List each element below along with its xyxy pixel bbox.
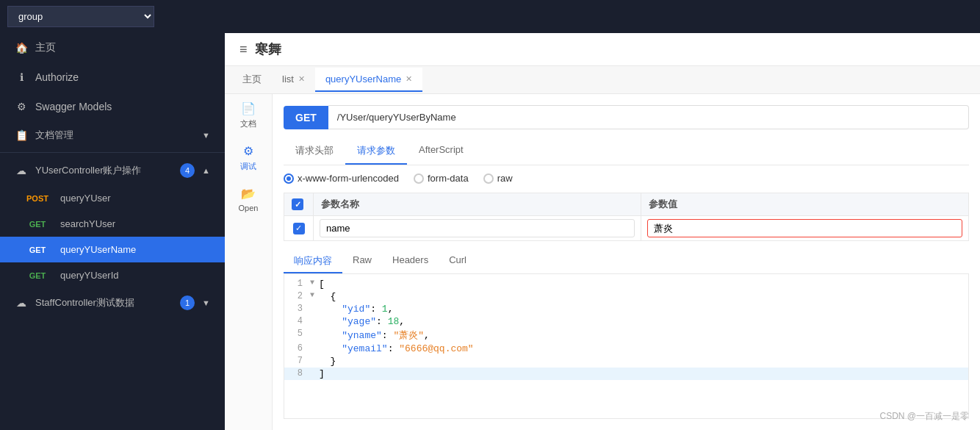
response-tab-curl[interactable]: Curl — [439, 250, 477, 273]
line-num-2: 2 — [284, 291, 310, 301]
url-input[interactable] — [328, 105, 969, 129]
line-content-6: "yemail": "6666@qq.com" — [319, 343, 968, 354]
radio-urlencoded-dot — [284, 173, 294, 184]
open-panel-icon: 📂 — [241, 187, 256, 201]
sidebar-home-label: 主页 — [35, 41, 56, 54]
sub-tab-header[interactable]: 请求头部 — [284, 138, 345, 165]
info-icon: ℹ — [15, 71, 28, 84]
tab-queryYUserName[interactable]: queryYUserName ✕ — [315, 68, 422, 92]
tab-home[interactable]: 主页 — [232, 67, 272, 93]
param-row — [284, 216, 969, 241]
line-num-6: 6 — [284, 343, 310, 354]
encoding-radio-group: x-www-form-urlencoded form-data raw — [284, 173, 969, 184]
line-content-8: ] — [319, 368, 968, 379]
code-line-5: 5 "yname": "萧炎", — [284, 328, 968, 343]
staff-chevron-icon: ▼ — [202, 298, 210, 307]
code-line-7: 7 } — [284, 355, 968, 368]
tab-list[interactable]: list ✕ — [272, 68, 315, 92]
radio-urlencoded[interactable]: x-www-form-urlencoded — [284, 173, 399, 184]
sidebar-item-doc-manage[interactable]: 📋 文档管理 ▼ — [0, 121, 225, 149]
param-value-input[interactable] — [647, 219, 962, 237]
radio-urlencoded-label: x-www-form-urlencoded — [298, 173, 399, 184]
line-num-3: 3 — [284, 304, 310, 314]
params-table: 参数名称 参数值 — [284, 193, 969, 241]
watermark: CSDN @一百减一是零 — [879, 410, 969, 423]
response-tab-raw-label: Raw — [353, 254, 372, 265]
code-line-1: 1 ▼ [ — [284, 278, 968, 290]
tab-query-close[interactable]: ✕ — [406, 74, 412, 84]
response-tab-raw[interactable]: Raw — [342, 250, 382, 273]
code-line-3: 3 "yid": 1, — [284, 303, 968, 315]
searchYUser-label: searchYUser — [60, 218, 115, 229]
radio-formdata-dot — [414, 173, 424, 184]
code-line-2: 2 ▼ { — [284, 290, 968, 303]
params-name-header: 参数名称 — [314, 193, 641, 216]
params-value-header: 参数值 — [641, 193, 969, 216]
main-panel: GET 请求头部 请求参数 AfterScript — [273, 94, 980, 430]
doc-panel-label: 文档 — [240, 118, 256, 129]
left-panel-doc[interactable]: 📄 文档 — [240, 101, 256, 129]
radio-raw-label: raw — [497, 173, 513, 184]
sidebar-item-searchYUser[interactable]: GET searchYUser — [0, 211, 225, 237]
param-name-input[interactable] — [320, 219, 635, 237]
tab-query-label: queryYUserName — [325, 74, 401, 85]
get-badge-queryid: GET — [22, 271, 53, 280]
line-content-5: "yname": "萧炎", — [319, 329, 968, 342]
yuser-badge: 4 — [180, 163, 195, 178]
response-tab-curl-label: Curl — [449, 254, 466, 265]
header-menu-icon: ≡ — [239, 42, 248, 57]
sidebar-section-staff[interactable]: ☁ StaffController测试数据 1 ▼ — [0, 288, 225, 318]
code-line-4: 4 "yage": 18, — [284, 315, 968, 328]
code-line-6: 6 "yemail": "6666@qq.com" — [284, 343, 968, 355]
line-num-5: 5 — [284, 329, 310, 339]
line-num-1: 1 — [284, 279, 310, 289]
doc-icon: 📋 — [15, 129, 28, 142]
debug-panel-label: 调试 — [240, 161, 256, 172]
radio-raw[interactable]: raw — [483, 173, 513, 184]
radio-formdata-label: form-data — [428, 173, 469, 184]
sub-tab-params[interactable]: 请求参数 — [345, 138, 407, 165]
tab-list-close[interactable]: ✕ — [298, 74, 305, 84]
post-badge: POST — [22, 194, 53, 203]
sidebar-section-yuser[interactable]: ☁ YUserController账户操作 4 ▲ — [0, 156, 225, 185]
panel-layout: 📄 文档 ⚙ 调试 📂 Open GET — [225, 94, 980, 430]
sidebar-item-queryYUserId[interactable]: GET queryYUserId — [0, 262, 225, 288]
home-icon: 🏠 — [15, 41, 28, 54]
line-num-4: 4 — [284, 316, 310, 326]
sub-tab-afterscript[interactable]: AfterScript — [407, 138, 475, 165]
left-panel-debug[interactable]: ⚙ 调试 — [240, 144, 256, 172]
sidebar-item-queryYUser[interactable]: POST queryYUser — [0, 185, 225, 211]
group-select[interactable]: group — [7, 6, 154, 27]
staff-controller-label: StaffController测试数据 — [35, 296, 173, 309]
sub-tab-after-label: AfterScript — [419, 144, 464, 155]
chevron-down-icon: ▼ — [202, 131, 210, 140]
sidebar-item-swagger-models[interactable]: ⚙ Swagger Models — [0, 92, 225, 121]
doc-manage-label: 文档管理 — [35, 129, 195, 142]
sidebar-authorize-label: Authorize — [35, 71, 79, 83]
line-arrow-1: ▼ — [310, 279, 319, 287]
left-panel-open[interactable]: 📂 Open — [239, 187, 259, 212]
radio-formdata[interactable]: form-data — [414, 173, 469, 184]
radio-raw-dot — [483, 173, 494, 184]
sidebar-item-home[interactable]: 🏠 主页 — [0, 33, 225, 62]
sidebar-item-authorize[interactable]: ℹ Authorize — [0, 62, 225, 92]
get-badge-queryname: GET — [22, 246, 53, 254]
queryYUser-label: queryYUser — [60, 193, 111, 204]
content-area: ≡ 寒舞 主页 list ✕ queryYUserName ✕ — [225, 33, 980, 430]
response-tab-content[interactable]: 响应内容 — [284, 250, 342, 273]
queryYUserId-label: queryYUserId — [60, 270, 118, 281]
response-tab-headers-label: Headers — [392, 254, 428, 265]
param-row-checkbox[interactable] — [293, 223, 305, 234]
top-bar: group — [0, 0, 980, 33]
sidebar-item-queryYUserName[interactable]: GET queryYUserName — [0, 237, 225, 262]
yuser-chevron-icon: ▲ — [202, 166, 210, 175]
response-code-area: 1 ▼ [ 2 ▼ { 3 "yid": 1, — [284, 274, 969, 419]
sidebar: 🏠 主页 ℹ Authorize ⚙ Swagger Models 📋 文档管理… — [0, 33, 225, 430]
line-arrow-2: ▼ — [310, 291, 319, 299]
open-panel-label: Open — [239, 204, 259, 212]
response-tab-headers[interactable]: Headers — [382, 250, 439, 273]
queryYUserName-label: queryYUserName — [60, 244, 136, 255]
url-bar: GET — [284, 105, 969, 129]
gear-icon: ⚙ — [15, 100, 28, 113]
params-check-all[interactable] — [292, 198, 303, 210]
